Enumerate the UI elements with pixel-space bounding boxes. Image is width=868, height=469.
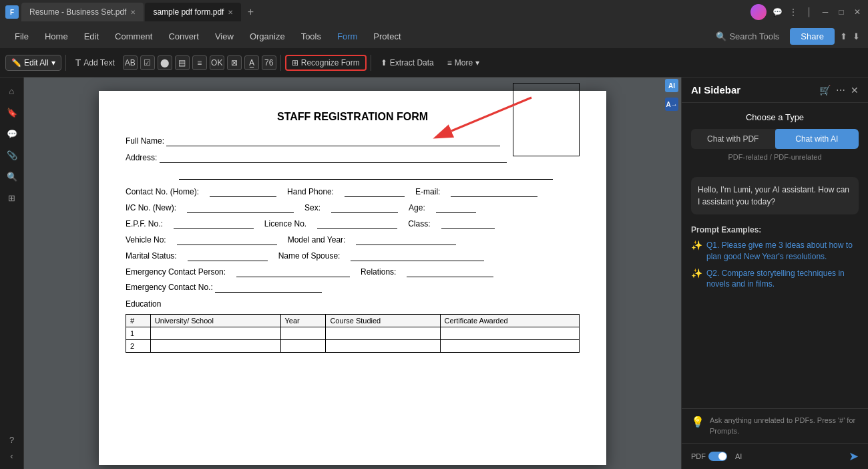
toggle-knob [718, 452, 726, 460]
pdf-viewer[interactable]: STAFF REGISTRATION FORM Full Name: Addre… [24, 77, 681, 469]
more-icon[interactable]: ⋮ [788, 7, 799, 17]
pdf-toggle[interactable]: PDF [691, 452, 727, 461]
contact-home-label: Contact No. (Home): [126, 187, 199, 196]
chat-icon[interactable]: 💬 [772, 7, 783, 17]
number-icon[interactable]: 76 [262, 55, 276, 70]
ok-icon[interactable]: OK [210, 55, 224, 70]
menu-tools[interactable]: Tools [294, 29, 328, 44]
ai-cart-icon[interactable]: 🛒 [819, 85, 831, 96]
tab-sample[interactable]: sample pdf form.pdf ✕ [145, 3, 241, 21]
ai-input-row: PDF AI ➤ [682, 443, 868, 469]
ai-toggle[interactable]: AI [735, 452, 742, 460]
address-line2 [179, 170, 580, 180]
address-label: Address: [126, 153, 157, 162]
emergency-contact-label: Emergency Contact Person: [126, 267, 226, 277]
tab-sample-label: sample pdf form.pdf [153, 7, 224, 17]
translate-panel-icon[interactable]: A→ [665, 98, 678, 111]
pdf-page: STAFF REGISTRATION FORM Full Name: Addre… [99, 91, 606, 465]
sidebar-icon-attachment[interactable]: 📎 [4, 147, 20, 163]
contact-row: Contact No. (Home): Hand Phone: E-mail: [126, 186, 580, 197]
checkbox-icon[interactable]: ☑ [140, 55, 155, 70]
sidebar-icon-arrow-left[interactable]: ‹ [4, 448, 20, 464]
minimize-button[interactable]: ─ [820, 7, 831, 17]
sidebar-icon-comment[interactable]: 💬 [4, 126, 20, 142]
ai-type-buttons: Chat with PDF Chat with AI [691, 129, 859, 149]
add-text-button[interactable]: T Add Text [70, 55, 120, 71]
main-layout: ⌂ 🔖 💬 📎 🔍 ⊞ ? ‹ STAFF REGISTRATION FORM [0, 77, 868, 469]
col-university: University/ School [150, 315, 280, 327]
sidebar-icon-bookmark[interactable]: 🔖 [4, 104, 20, 120]
expand-icon[interactable]: ⬇ [853, 31, 860, 41]
chat-with-ai-button[interactable]: Chat with AI [775, 129, 859, 149]
prompt-bullet-1: ✨ [691, 240, 702, 251]
add-tab-button[interactable]: + [242, 4, 258, 20]
menu-protect[interactable]: Protect [367, 29, 407, 44]
sidebar-icon-layers[interactable]: ⊞ [4, 190, 20, 206]
extract-data-button[interactable]: ⬆ Extract Data [375, 55, 439, 70]
menu-comment[interactable]: Comment [108, 29, 159, 44]
left-sidebar: ⌂ 🔖 💬 📎 🔍 ⊞ ? ‹ [0, 77, 24, 469]
ai-close-icon[interactable]: ✕ [851, 85, 859, 96]
dropdown-icon[interactable]: ▤ [175, 55, 190, 70]
menu-edit[interactable]: Edit [77, 29, 105, 44]
hand-phone-label: Hand Phone: [287, 187, 334, 196]
spouse-label: Name of Spouse: [278, 251, 341, 261]
tab-resume-close[interactable]: ✕ [130, 9, 136, 16]
more-button[interactable]: ≡ More ▾ [442, 55, 485, 70]
tab-sample-close[interactable]: ✕ [228, 9, 233, 16]
ai-panel-icon[interactable]: AI [665, 79, 678, 92]
relations-label: Relations: [361, 267, 396, 277]
menu-file[interactable]: File [8, 29, 35, 44]
stamp-icon[interactable]: A̲ [244, 55, 259, 70]
prompt-text-2: Q2. Compare storytelling techniques in n… [706, 268, 859, 291]
recognize-form-button[interactable]: ⊞ Recognize Form [285, 55, 367, 71]
epf-row: E.P.F. No.: Licence No. Class: [126, 218, 580, 229]
user-avatar[interactable] [750, 4, 767, 20]
prompt-item-2[interactable]: ✨ Q2. Compare storytelling techniques in… [691, 268, 859, 291]
menu-organize[interactable]: Organize [243, 29, 292, 44]
row2-course [326, 340, 440, 353]
menu-convert[interactable]: Convert [162, 29, 206, 44]
share-button[interactable]: Share [790, 28, 835, 45]
spouse-input [351, 251, 484, 261]
text-field-icon[interactable]: AB [123, 55, 138, 70]
row1-university [150, 327, 280, 340]
col-year: Year [280, 315, 326, 327]
prompt-item-1[interactable]: ✨ Q1. Please give me 3 ideas about how t… [691, 240, 859, 263]
recognize-form-label: Recognize Form [301, 58, 360, 67]
col-number: # [126, 315, 151, 327]
menu-form[interactable]: Form [331, 29, 364, 44]
tab-resume[interactable]: Resume - Business Set.pdf ✕ [21, 3, 144, 21]
hint-bulb-icon: 💡 [691, 416, 704, 428]
maximize-button[interactable]: □ [836, 7, 847, 17]
ai-more-icon[interactable]: ⋯ [836, 85, 845, 96]
upload-icon[interactable]: ⬆ [840, 31, 847, 41]
row2-year [280, 340, 326, 353]
education-label: Education [126, 299, 580, 309]
ai-greeting-message: Hello, I'm Lumi, your AI assistant. How … [691, 177, 859, 214]
sidebar-icon-search[interactable]: 🔍 [4, 168, 20, 184]
text-icon: T [75, 57, 81, 68]
edit-all-button[interactable]: ✏️ Edit All ▾ [5, 55, 61, 71]
emergency-no-field: Emergency Contact No.: [126, 283, 580, 293]
send-button[interactable]: ➤ [849, 449, 859, 464]
sidebar-icon-help[interactable]: ? [4, 432, 20, 448]
radio-icon[interactable]: ⬤ [158, 55, 172, 70]
chat-with-pdf-button[interactable]: Chat with PDF [691, 129, 775, 149]
licence-label: Licence No. [264, 219, 306, 228]
menu-view[interactable]: View [208, 29, 240, 44]
more-chevron: ▾ [475, 58, 479, 67]
pdf-toggle-switch[interactable] [708, 452, 727, 461]
pdf-label: PDF [691, 452, 706, 460]
menu-home[interactable]: Home [38, 29, 75, 44]
listbox-icon[interactable]: ≡ [192, 55, 207, 70]
search-tools-button[interactable]: 🔍 Search Tools [710, 29, 785, 44]
col-course: Course Studied [326, 315, 440, 327]
image-icon[interactable]: ⊠ [227, 55, 242, 70]
marital-row: Marital Status: Name of Spouse: [126, 251, 580, 261]
sidebar-icon-home[interactable]: ⌂ [4, 83, 20, 99]
close-button[interactable]: ✕ [852, 7, 863, 17]
row2-university [150, 340, 280, 353]
address-field: Address: [126, 153, 580, 163]
toolbar-separator-2 [280, 55, 281, 71]
